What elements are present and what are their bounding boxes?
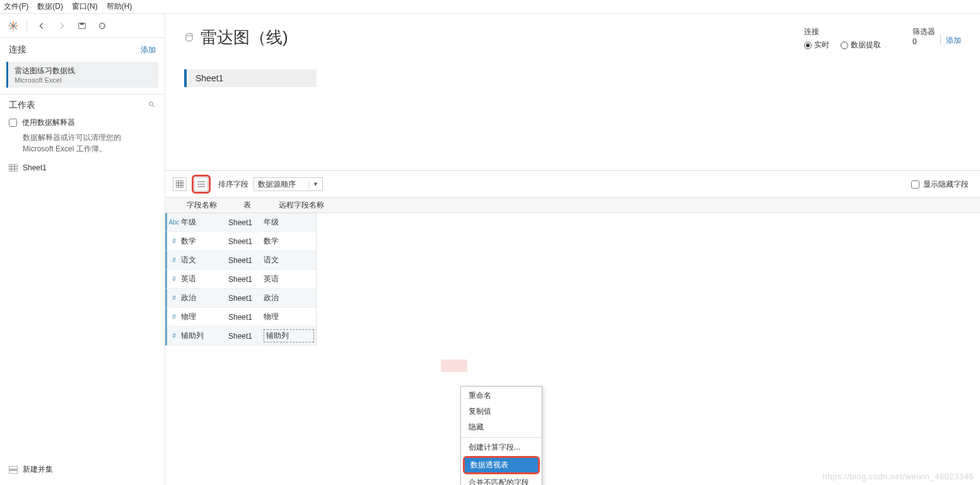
database-icon xyxy=(184,33,194,43)
table-row[interactable]: # 英语 Sheet1 英语 xyxy=(165,270,316,289)
grid-icon xyxy=(176,180,184,188)
svg-point-6 xyxy=(149,102,153,105)
svg-point-15 xyxy=(186,33,192,36)
filters-count: 0 xyxy=(913,37,917,46)
list-view-highlight xyxy=(192,175,211,194)
union-label: 新建并集 xyxy=(23,464,53,475)
new-union-button[interactable]: 新建并集 xyxy=(0,459,165,485)
connection-mode: 连接 实时 数据提取 xyxy=(804,26,881,50)
ctx-pivot-highlight: 数据透视表 xyxy=(463,456,540,474)
radio-dot xyxy=(841,42,848,49)
ctx-copy-value[interactable]: 复制值 xyxy=(461,404,542,419)
show-hidden-checkbox[interactable] xyxy=(911,180,919,189)
list-view-button[interactable] xyxy=(194,177,208,191)
highlight-overlay xyxy=(441,359,467,372)
sheet-item[interactable]: Sheet1 xyxy=(0,161,165,175)
radio-dot-selected xyxy=(804,42,812,49)
menubar: 文件(F) 数据(D) 窗口(N) 帮助(H) xyxy=(0,0,980,14)
type-number-icon: # xyxy=(167,332,181,339)
data-interpreter: 使用数据解释器 数据解释器或许可以清理您的 Microsoft Excel 工作… xyxy=(0,115,165,161)
content-area: 雷达图（线) 连接 实时 数据提取 筛选器 0 添加 xyxy=(165,14,980,485)
svg-rect-8 xyxy=(9,164,18,172)
filters-label: 筛选器 xyxy=(913,26,935,37)
col-table: 表 xyxy=(243,200,279,211)
ctx-create-calc-field[interactable]: 创建计算字段... xyxy=(461,440,542,455)
col-fieldname: 字段名称 xyxy=(180,200,243,211)
table-row[interactable]: # 语文 Sheet1 语文 xyxy=(165,251,316,270)
col-remote: 远程字段名称 xyxy=(279,200,329,211)
join-canvas[interactable]: Sheet1 xyxy=(165,57,980,170)
field-table-body: Abc 年级 Sheet1 年级 # 数学 Sheet1 数学 # 语文 She… xyxy=(165,213,317,346)
connection-item[interactable]: 雷达图练习数据线 Microsoft Excel xyxy=(6,62,158,88)
table-row[interactable]: # 辅助列 Sheet1 辅助列 xyxy=(165,327,316,346)
worksheets-title: 工作表 xyxy=(9,100,35,111)
connection-name: 雷达图练习数据线 xyxy=(15,66,152,76)
filters-block: 筛选器 0 添加 xyxy=(913,26,961,46)
table-row[interactable]: # 数学 Sheet1 数学 xyxy=(165,232,316,251)
sheet-icon xyxy=(9,164,18,172)
grid-view-button[interactable] xyxy=(173,177,187,191)
menu-window[interactable]: 窗口(N) xyxy=(72,1,98,12)
tableau-logo-icon xyxy=(8,20,19,32)
field-table: 字段名称 表 远程字段名称 Abc 年级 Sheet1 年级 # 数学 Shee… xyxy=(165,197,980,346)
ctx-pivot-table[interactable]: 数据透视表 xyxy=(465,458,538,472)
connection-type: Microsoft Excel xyxy=(15,76,152,84)
conn-mode-label: 连接 xyxy=(804,26,881,37)
svg-rect-13 xyxy=(9,466,18,469)
save-button[interactable] xyxy=(75,19,89,33)
sort-select[interactable]: 数据源顺序 ▼ xyxy=(254,177,323,191)
ctx-separator xyxy=(461,437,542,438)
sheet-label: Sheet1 xyxy=(23,163,47,172)
table-row[interactable]: Abc 年级 Sheet1 年级 xyxy=(165,213,316,232)
watermark: https://blog.csdn.net/weixin_46023346 xyxy=(822,472,974,481)
type-number-icon: # xyxy=(167,276,181,283)
connections-title: 连接 xyxy=(9,44,26,56)
type-abc-icon: Abc xyxy=(167,219,181,226)
svg-rect-16 xyxy=(176,180,184,188)
back-button[interactable] xyxy=(35,19,49,33)
svg-line-7 xyxy=(153,105,155,107)
menu-file[interactable]: 文件(F) xyxy=(4,1,28,12)
type-number-icon: # xyxy=(167,295,181,301)
menu-data[interactable]: 数据(D) xyxy=(37,1,63,12)
connections-header: 连接 添加 xyxy=(0,38,165,59)
menu-help[interactable]: 帮助(H) xyxy=(107,1,132,12)
data-interpreter-checkbox[interactable]: 使用数据解释器 xyxy=(9,117,156,128)
search-icon[interactable] xyxy=(148,101,156,110)
grid-toolbar: 排序字段 数据源顺序 ▼ 显示隐藏字段 xyxy=(165,170,980,197)
interp-hint: 数据解释器或许可以清理您的 Microsoft Excel 工作簿。 xyxy=(9,128,129,155)
remote-editing-cell[interactable]: 辅助列 xyxy=(264,329,314,342)
context-menu: 重命名 复制值 隐藏 创建计算字段... 数据透视表 合并不匹配的字段 xyxy=(460,386,542,485)
show-hidden-fields[interactable]: 显示隐藏字段 xyxy=(911,179,969,190)
forward-button[interactable] xyxy=(55,19,69,33)
canvas-sheet-pill[interactable]: Sheet1 xyxy=(184,69,317,87)
filters-add-link[interactable]: 添加 xyxy=(946,35,961,46)
refresh-button[interactable] xyxy=(95,19,109,33)
ctx-hide[interactable]: 隐藏 xyxy=(461,419,542,435)
union-icon xyxy=(9,466,18,474)
datasource-header: 雷达图（线) 连接 实时 数据提取 筛选器 0 添加 xyxy=(165,14,980,57)
ctx-rename[interactable]: 重命名 xyxy=(461,388,542,404)
svg-rect-5 xyxy=(80,23,83,25)
ctx-merge-fields[interactable]: 合并不匹配的字段 xyxy=(461,475,542,485)
chevron-down-icon: ▼ xyxy=(308,181,318,187)
svg-rect-14 xyxy=(9,470,18,474)
field-table-header: 字段名称 表 远程字段名称 xyxy=(165,198,980,213)
table-row[interactable]: # 物理 Sheet1 物理 xyxy=(165,308,316,327)
interp-checkbox-input[interactable] xyxy=(9,119,17,127)
radio-live[interactable]: 实时 xyxy=(804,40,829,50)
sidebar: 连接 添加 雷达图练习数据线 Microsoft Excel 工作表 使用数据解… xyxy=(0,14,165,485)
type-number-icon: # xyxy=(167,257,181,264)
type-number-icon: # xyxy=(167,313,181,320)
worksheets-header: 工作表 xyxy=(0,94,165,115)
radio-extract[interactable]: 数据提取 xyxy=(841,40,881,50)
page-title[interactable]: 雷达图（线) xyxy=(201,26,804,49)
list-icon xyxy=(197,180,205,188)
add-connection-link[interactable]: 添加 xyxy=(141,45,156,56)
type-number-icon: # xyxy=(167,238,181,245)
sort-label: 排序字段 xyxy=(218,179,248,190)
table-row[interactable]: # 政治 Sheet1 政治 xyxy=(165,289,316,308)
sidebar-toolbar xyxy=(0,14,165,38)
